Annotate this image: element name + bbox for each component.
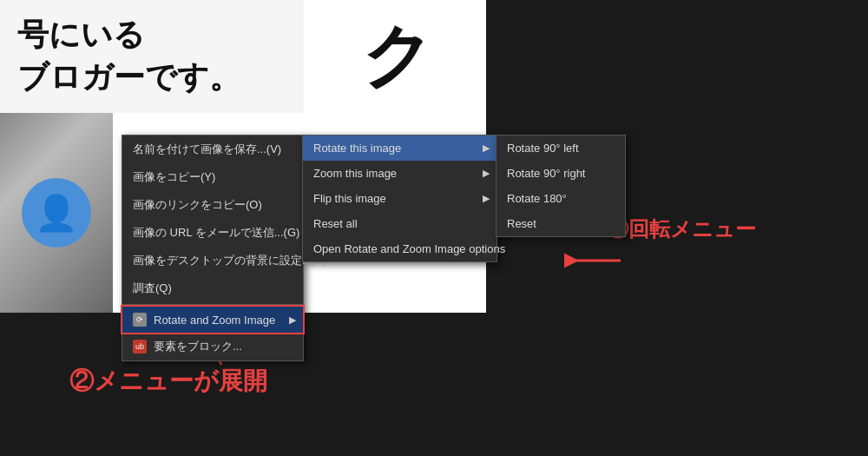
context-menu-subsub: Rotate 90° left Rotate 90° right Rotate …: [496, 135, 626, 237]
rotate-90-right-label: Rotate 90° right: [507, 167, 585, 180]
image-thumbnail: 👤: [0, 113, 113, 313]
menu-item-rotate-90-left[interactable]: Rotate 90° left: [496, 135, 625, 161]
menu-item-flip-this-image[interactable]: Flip this image ▶: [303, 186, 496, 211]
block-element-icon: ub: [133, 340, 147, 354]
menu-item-reset[interactable]: Reset: [496, 211, 625, 236]
menu-item-set-desktop-bg[interactable]: 画像をデスクトップの背景に設定...(S): [122, 247, 303, 274]
rotate-90-left-label: Rotate 90° left: [507, 142, 579, 155]
calligraphy-top: ク: [304, 0, 486, 113]
annotation-menu-expand-text: ②メニューが展開: [69, 367, 267, 394]
rotate-180-label: Rotate 180°: [507, 192, 567, 205]
menu-item-send-email[interactable]: 画像の URL をメールで送信...(G): [122, 219, 303, 247]
menu-item-reset-all[interactable]: Reset all: [303, 211, 496, 236]
menu-item-copy-image[interactable]: 画像をコピー(Y): [122, 163, 303, 191]
flip-submenu-arrow-icon: ▶: [483, 193, 490, 204]
rotate-zoom-icon: ⟳: [133, 313, 147, 327]
rotate-zoom-label: Rotate and Zoom Image: [154, 314, 275, 327]
menu-item-open-options[interactable]: Open Rotate and Zoom Image options: [303, 236, 496, 261]
copy-image-link-label: 画像のリンクをコピー(O): [133, 197, 262, 213]
menu-item-rotate-180[interactable]: Rotate 180°: [496, 186, 625, 211]
calligraphy-top-text: ク: [362, 22, 429, 91]
context-menu-sub: Rotate this image ▶ Zoom this image ▶ Fl…: [302, 135, 497, 262]
divider-1: [122, 304, 303, 305]
menu-item-save-image[interactable]: 名前を付けて画像を保存...(V): [122, 135, 303, 163]
submenu-arrow-icon: ▶: [289, 314, 296, 326]
menu-item-block-element[interactable]: ub 要素をブロック...: [122, 333, 303, 360]
send-email-label: 画像の URL をメールで送信...(G): [133, 225, 299, 241]
reset-all-label: Reset all: [313, 217, 358, 230]
copy-image-label: 画像をコピー(Y): [133, 169, 215, 185]
menu-item-inspect[interactable]: 調査(Q): [122, 274, 303, 302]
menu-item-zoom-this-image[interactable]: Zoom this image ▶: [303, 161, 496, 186]
annotation-rotate-menu-text: ③回転メニュー: [608, 217, 756, 241]
open-options-label: Open Rotate and Zoom Image options: [313, 242, 505, 255]
inspect-label: 調査(Q): [133, 281, 172, 296]
arrow-rotate-menu-icon: [564, 248, 625, 274]
annotation-menu-expand: ②メニューが展開: [69, 365, 267, 398]
rotate-submenu-arrow-icon: ▶: [483, 142, 490, 154]
reset-label: Reset: [507, 217, 536, 230]
save-image-label: 名前を付けて画像を保存...(V): [133, 142, 281, 157]
menu-item-rotate-zoom[interactable]: ⟳ Rotate and Zoom Image ▶: [122, 307, 303, 333]
context-menu-main: 名前を付けて画像を保存...(V) 画像をコピー(Y) 画像のリンクをコピー(O…: [122, 135, 304, 361]
zoom-this-image-label: Zoom this image: [313, 167, 397, 180]
flip-this-image-label: Flip this image: [313, 192, 386, 205]
avatar-placeholder: 👤: [22, 178, 91, 248]
block-element-label: 要素をブロック...: [154, 339, 242, 354]
menu-item-copy-image-link[interactable]: 画像のリンクをコピー(O): [122, 191, 303, 219]
zoom-submenu-arrow-icon: ▶: [483, 168, 490, 179]
set-desktop-bg-label: 画像をデスクトップの背景に設定...(S): [133, 253, 326, 268]
menu-item-rotate-90-right[interactable]: Rotate 90° right: [496, 161, 625, 186]
menu-item-rotate-this-image[interactable]: Rotate this image ▶: [303, 135, 496, 161]
rotate-this-image-label: Rotate this image: [313, 142, 401, 155]
annotation-rotate-menu: ③回転メニュー: [608, 215, 756, 243]
